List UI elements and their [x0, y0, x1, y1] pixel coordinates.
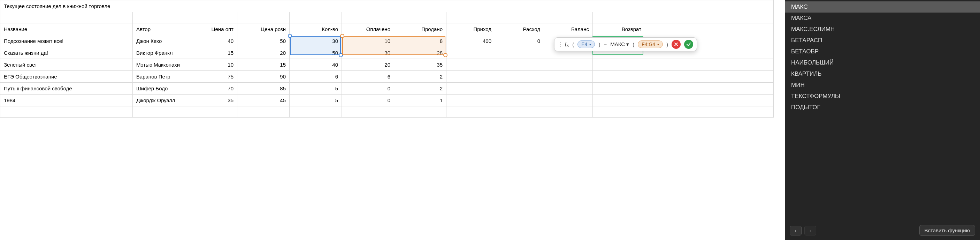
cell[interactable]: 15	[185, 47, 237, 59]
cell[interactable]	[544, 83, 593, 94]
cell[interactable]	[593, 59, 645, 71]
cell[interactable]: 70	[185, 83, 237, 94]
cell[interactable]: Мэтью Макконахи	[133, 59, 185, 71]
cell[interactable]: 28	[394, 47, 446, 59]
cell[interactable]	[593, 83, 645, 94]
cell[interactable]: 40	[185, 35, 237, 47]
cell[interactable]: 90	[237, 71, 290, 83]
cell[interactable]: Путь к финансовой свободе	[0, 83, 133, 94]
cell[interactable]: Подсознание может все!	[0, 35, 133, 47]
formula-function-name[interactable]: МАКС ▾	[610, 41, 629, 48]
cell[interactable]: 5	[290, 83, 342, 94]
cell[interactable]	[495, 94, 544, 106]
cell[interactable]	[446, 71, 495, 83]
cell[interactable]: Виктор Франкл	[133, 47, 185, 59]
spreadsheet-area[interactable]: Текущее состояние дел в книжной торговле…	[0, 0, 774, 240]
function-list-item[interactable]: НАИБОЛЬШИЙ	[785, 57, 980, 68]
cell[interactable]: 400	[446, 35, 495, 47]
cell[interactable]: Джон Кехо	[133, 35, 185, 47]
formula-ref2-pill[interactable]: F4:G4 ▾	[638, 40, 663, 48]
cell[interactable]: 75	[185, 71, 237, 83]
cell[interactable]	[446, 83, 495, 94]
formula-ref2-text: F4:G4	[641, 42, 655, 47]
cell[interactable]: 0	[342, 94, 394, 106]
cell[interactable]	[446, 59, 495, 71]
cell[interactable]: 50	[290, 47, 342, 59]
function-list-item[interactable]: БЕТАОБР	[785, 46, 980, 57]
formula-editor[interactable]: ⋮ fx ( E4 ▾ ) − МАКС ▾ ( F4:G4 ▾ )	[554, 37, 697, 51]
cell[interactable]: 45	[237, 94, 290, 106]
cell[interactable]: 35	[185, 94, 237, 106]
table-row[interactable]: ЕГЭ ОбществознаниеБаранов Петр7590662	[0, 71, 774, 83]
cell[interactable]: 2	[394, 83, 446, 94]
cell[interactable]: 85	[237, 83, 290, 94]
fx-icon: fx	[565, 41, 569, 48]
cell[interactable]: 30	[342, 47, 394, 59]
accept-button[interactable]	[684, 40, 693, 49]
cell[interactable]: 0	[342, 83, 394, 94]
cell[interactable]	[593, 94, 645, 106]
cell[interactable]: Баранов Петр	[133, 71, 185, 83]
function-list-item[interactable]: БЕТАРАСП	[785, 35, 980, 46]
formula-ref1-pill[interactable]: E4 ▾	[578, 40, 595, 48]
cell[interactable]: 6	[342, 71, 394, 83]
cell[interactable]	[544, 71, 593, 83]
cell[interactable]: Зеленый свет	[0, 59, 133, 71]
function-list[interactable]: МАКСМАКСАМАКС.ЕСЛИМНБЕТАРАСПБЕТАОБРНАИБО…	[785, 0, 980, 221]
cell[interactable]: 6	[290, 71, 342, 83]
cell[interactable]: Шифер Бодо	[133, 83, 185, 94]
cell[interactable]: ЕГЭ Обществознание	[0, 71, 133, 83]
chevron-down-icon[interactable]: ▾	[626, 41, 629, 47]
cell[interactable]	[495, 71, 544, 83]
function-list-item[interactable]: ПОДЫТОГ	[785, 102, 980, 113]
function-list-item[interactable]: МИН	[785, 80, 980, 91]
table-row[interactable]: 1984Джордж Оруэлл3545501	[0, 94, 774, 106]
cell[interactable]	[446, 94, 495, 106]
drag-handle-icon[interactable]: ⋮	[558, 41, 562, 48]
cancel-button[interactable]	[671, 40, 681, 49]
cell[interactable]	[593, 71, 645, 83]
cell[interactable]	[495, 83, 544, 94]
function-list-item[interactable]: КВАРТИЛЬ	[785, 68, 980, 80]
table-row[interactable]: Зеленый светМэтью Макконахи1015402035	[0, 59, 774, 71]
col-header-author: Автор	[133, 23, 185, 35]
cell[interactable]	[495, 59, 544, 71]
cell[interactable]: 0	[495, 35, 544, 47]
cell[interactable]	[446, 47, 495, 59]
cell[interactable]: Сказать жизни да!	[0, 47, 133, 59]
cell[interactable]: 10	[185, 59, 237, 71]
chevron-down-icon[interactable]: ▾	[589, 43, 591, 46]
cell[interactable]: 50	[237, 35, 290, 47]
cell[interactable]: Джордж Оруэлл	[133, 94, 185, 106]
cell[interactable]: 30	[290, 35, 342, 47]
cell[interactable]	[495, 47, 544, 59]
cell[interactable]: 8	[394, 35, 446, 47]
check-icon	[686, 42, 691, 47]
function-list-item[interactable]: ТЕКСТФОРМУЛЫ	[785, 91, 980, 102]
cell[interactable]: 5	[290, 94, 342, 106]
nav-prev-button[interactable]: ‹	[790, 226, 802, 235]
col-header-price-opt: Цена опт	[185, 23, 237, 35]
cell[interactable]: 1	[394, 94, 446, 106]
cell[interactable]	[544, 59, 593, 71]
chevron-down-icon[interactable]: ▾	[657, 43, 659, 46]
header-row: Название Автор Цена опт Цена розн Кол-во…	[0, 23, 774, 35]
table-row[interactable]: Путь к финансовой свободеШифер Бодо70855…	[0, 83, 774, 94]
function-sidebar: МАКСМАКСАМАКС.ЕСЛИМНБЕТАРАСПБЕТАОБРНАИБО…	[785, 0, 980, 240]
sidebar-footer: ‹ › Вставить функцию	[785, 221, 980, 240]
function-list-item[interactable]: МАКС.ЕСЛИМН	[785, 24, 980, 35]
function-list-item[interactable]: МАКСА	[785, 13, 980, 24]
cell[interactable]	[544, 94, 593, 106]
insert-function-button[interactable]: Вставить функцию	[920, 225, 975, 236]
cell[interactable]: 2	[394, 71, 446, 83]
cell[interactable]: 15	[237, 59, 290, 71]
col-header-qty: Кол-во	[290, 23, 342, 35]
function-list-item[interactable]: МАКС	[785, 2, 980, 13]
cell[interactable]: 35	[394, 59, 446, 71]
cell[interactable]: 10	[342, 35, 394, 47]
cell[interactable]: 1984	[0, 94, 133, 106]
cell[interactable]: 20	[237, 47, 290, 59]
cell[interactable]: 20	[342, 59, 394, 71]
cell[interactable]: 40	[290, 59, 342, 71]
nav-next-button[interactable]: ›	[804, 226, 816, 235]
